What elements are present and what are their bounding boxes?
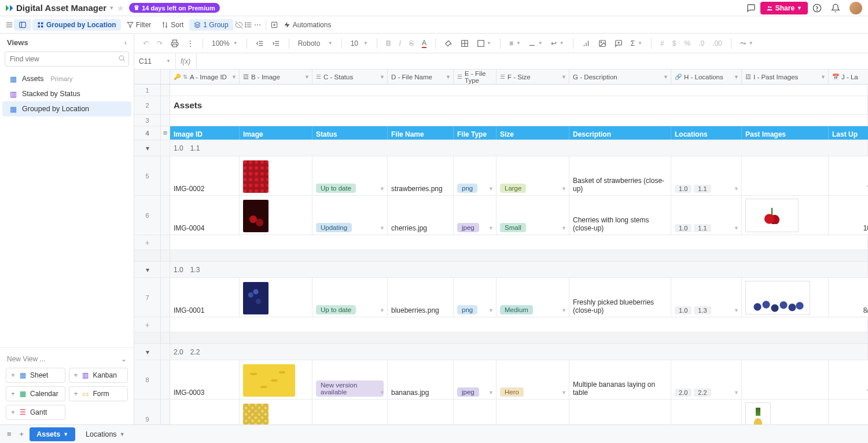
new-gantt-button[interactable]: +☰Gantt [6, 405, 65, 420]
undo-button[interactable]: ↶ [140, 38, 152, 49]
dec-dec-button[interactable]: .0 [696, 38, 707, 49]
chevron-down-icon[interactable]: ▼ [380, 225, 385, 231]
add-row-button[interactable] [134, 235, 868, 250]
view-item-assets[interactable]: ▦AssetsPrimary [2, 71, 131, 86]
automations-button[interactable]: Automations [279, 19, 336, 31]
current-view-pill[interactable]: Grouped by Location [32, 19, 121, 31]
new-form-button[interactable]: +▭Form [69, 386, 128, 401]
tab-locations[interactable]: Locations▼ [79, 427, 131, 441]
cell-size[interactable]: Medium▼ [496, 278, 569, 317]
cell-status[interactable]: Up to date▼ [312, 400, 388, 424]
cell-file-type[interactable]: png▼ [454, 278, 496, 317]
new-calendar-button[interactable]: +▦Calendar [6, 386, 65, 401]
cell-image[interactable] [240, 278, 312, 317]
cell-file-name[interactable]: pineapple.png [388, 400, 454, 424]
chevron-down-icon[interactable]: ▼ [561, 186, 567, 192]
hdr-last-updated[interactable]: Last Up [829, 126, 868, 140]
past-image-thumb[interactable] [745, 402, 771, 424]
merge-button[interactable]: ▼ [474, 38, 494, 49]
location-chip[interactable]: 1.0 [675, 224, 692, 232]
chevron-down-icon[interactable]: ▼ [380, 390, 385, 396]
cell-image[interactable] [240, 196, 312, 235]
table-row[interactable]: 9IMG-0005Up to date▼pineapple.pngpng▼Sma… [134, 400, 868, 424]
hdr-description[interactable]: Description [569, 126, 671, 140]
group-header[interactable]: ▾1.01.1 [134, 140, 868, 156]
menu-icon[interactable] [5, 20, 14, 30]
redo-button[interactable]: ↷ [154, 38, 165, 49]
col-b[interactable]: 🖼B - Image▼ [240, 69, 312, 84]
chevron-down-icon[interactable]: ▼ [561, 390, 567, 396]
comment-icon[interactable] [745, 2, 757, 14]
cell-file-type[interactable]: png▼ [454, 156, 496, 195]
chart-button[interactable] [579, 38, 593, 49]
past-image-thumb[interactable] [745, 281, 810, 314]
cell-size[interactable]: Hero▼ [496, 360, 569, 399]
chevron-down-icon[interactable]: ▼ [488, 225, 494, 231]
text-color-button[interactable]: A [419, 37, 429, 50]
add-row-button[interactable] [134, 317, 868, 332]
group-toggle[interactable]: ▾ [134, 344, 161, 360]
sidebar-toggle[interactable] [14, 19, 31, 31]
cell-image[interactable] [240, 360, 312, 399]
cell-past-images[interactable] [742, 400, 829, 424]
col-j[interactable]: 📅J - La [829, 69, 868, 84]
cell-size[interactable]: Large▼ [496, 156, 569, 195]
cell-image-id[interactable]: IMG-0002 [170, 156, 240, 195]
cell-file-name[interactable]: cherries.jpg [388, 196, 454, 235]
cell-file-name[interactable]: bananas.jpg [388, 360, 454, 399]
strike-button[interactable]: S [406, 38, 417, 49]
add-sheet-button[interactable]: + [17, 427, 27, 441]
cell-past-images[interactable] [742, 156, 829, 195]
cell-file-type[interactable]: jpeg▼ [454, 196, 496, 235]
cell-image[interactable] [240, 400, 312, 424]
chevron-down-icon[interactable]: ▼ [734, 390, 739, 396]
col-f[interactable]: ☰F - Size▼ [496, 69, 569, 84]
italic-button[interactable]: I [396, 38, 404, 49]
cell-description[interactable]: Cherries with long stems (close-up) [569, 196, 671, 235]
cell-locations[interactable]: 2.02.2▼ [671, 360, 742, 399]
location-chip[interactable]: 2.0 [675, 389, 692, 397]
cell-status[interactable]: Updating▼ [312, 196, 388, 235]
hdr-file-name[interactable]: File Name [388, 126, 454, 140]
chevron-down-icon[interactable]: ▼ [561, 307, 567, 313]
group-button[interactable]: 1 Group [189, 19, 233, 31]
cell-ref[interactable]: C11▼ [134, 53, 176, 69]
filter-button[interactable]: Filter [122, 19, 156, 31]
table-row[interactable]: 8IMG-0003New version available▼bananas.j… [134, 360, 868, 400]
chevron-down-icon[interactable]: ▼ [488, 186, 494, 192]
share-view-icon[interactable] [270, 20, 279, 30]
cell-description[interactable]: Freshly picked blueberries (close-up) [569, 278, 671, 317]
cell-file-name[interactable]: strawberries.png [388, 156, 454, 195]
chevron-down-icon[interactable]: ▼ [734, 307, 739, 313]
location-chip[interactable]: 1.3 [694, 306, 711, 314]
cell-locations[interactable]: 1.01.1▼ [671, 196, 742, 235]
chevron-down-icon[interactable]: ▼ [734, 186, 739, 192]
col-c[interactable]: ☰C - Status▼ [312, 69, 388, 84]
col-h[interactable]: 🔗H - Locations▼ [671, 69, 742, 84]
cell-past-images[interactable] [742, 278, 829, 317]
dec-inc-button[interactable]: .00 [709, 38, 725, 49]
fill-button[interactable] [442, 38, 455, 49]
font-size-select[interactable]: 10▼ [348, 38, 371, 49]
location-chip[interactable]: 1.0 [675, 185, 692, 193]
cell-last-updated[interactable]: 7/4 [829, 156, 868, 195]
cell-last-updated[interactable]: 8/22 [829, 278, 868, 317]
cell-file-type[interactable]: jpeg▼ [454, 360, 496, 399]
print-button[interactable] [168, 38, 182, 49]
view-item-stacked-by-status[interactable]: ▥Stacked by Status [2, 86, 131, 101]
cell-image-id[interactable]: IMG-0005 [170, 400, 240, 424]
view-item-grouped-by-location[interactable]: ▦Grouped by Location [2, 101, 131, 116]
cell-image-id[interactable]: IMG-0004 [170, 196, 240, 235]
cell-size[interactable]: Small▼ [496, 196, 569, 235]
cell-locations[interactable]: 1.01.1▼ [671, 156, 742, 195]
cell-past-images[interactable] [742, 196, 829, 235]
comment-button[interactable] [612, 38, 626, 49]
hdr-past-images[interactable]: Past Images [742, 126, 829, 140]
outdent-button[interactable] [253, 38, 267, 49]
location-chip[interactable]: 1.1 [694, 185, 711, 193]
cell-last-updated[interactable]: 7/4 [829, 360, 868, 399]
past-image-thumb[interactable] [745, 199, 799, 232]
valign-button[interactable]: ⚊▼ [526, 38, 546, 49]
more-icon[interactable]: ⋯ [253, 20, 262, 30]
tab-assets[interactable]: Assets▼ [30, 427, 75, 441]
